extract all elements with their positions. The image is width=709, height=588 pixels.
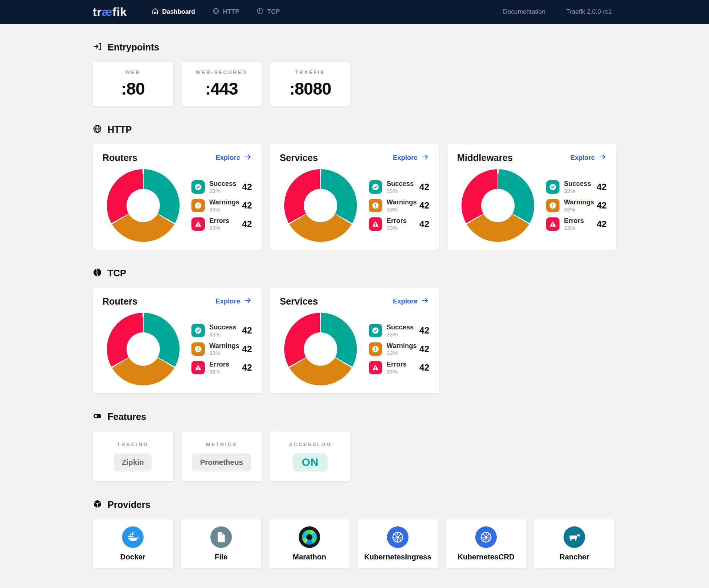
legend-percent: 33% (564, 225, 584, 231)
card-head: Routers Explore (102, 296, 252, 307)
feature-card-metrics: METRICS Prometheus (181, 431, 262, 481)
legend-label: Errors (387, 361, 407, 368)
status-donut-chart (107, 169, 180, 242)
error-icon (191, 361, 205, 374)
http-services-card: Services Explore Success 33% 42 (270, 144, 439, 250)
section-title: Features (108, 411, 146, 422)
home-icon (151, 7, 159, 17)
arrow-right-icon (244, 296, 252, 306)
entrypoint-card-web-secured: WEB-SECURED :443 (181, 62, 262, 106)
arrow-right-icon (421, 153, 429, 163)
legend-value: 42 (419, 200, 429, 211)
error-icon (369, 361, 382, 374)
legend-percent: 33% (387, 368, 407, 375)
legend-row-errors: Errors 33% 42 (191, 217, 252, 231)
documentation-link[interactable]: Documentation (503, 8, 545, 16)
legend-text: Success 33% (387, 180, 414, 194)
legend-label: Success (209, 180, 236, 188)
traefik-logo[interactable]: træfik (93, 5, 127, 19)
legend-row-errors: Errors 33% 42 (369, 217, 429, 231)
success-icon (369, 180, 382, 194)
error-icon (191, 217, 205, 231)
nav-item-dashboard[interactable]: Dashboard (151, 7, 195, 17)
features-section-heading: Features (93, 411, 616, 422)
card-body: Success 33% 42 Warnings 33% 42 (457, 169, 607, 242)
navbar: træfik Dashboard HTTP TCP Documentation … (0, 0, 709, 24)
nav-item-tcp[interactable]: TCP (256, 7, 280, 17)
legend-label: Errors (209, 361, 229, 368)
legend-text: Errors 33% (387, 361, 407, 375)
legend-label: Warnings (564, 198, 594, 206)
rancher-icon (564, 526, 585, 548)
features-row: TRACING Zipkin METRICS Prometheus ACCESS… (93, 431, 616, 481)
legend-percent: 33% (209, 350, 239, 356)
explore-link[interactable]: Explore (570, 153, 607, 163)
kubernetes-icon (475, 526, 497, 548)
legend-row-errors: Errors 33% 42 (191, 361, 252, 375)
status-donut-chart (107, 313, 180, 385)
version-label: Traefik 2.0.0-rc1 (566, 8, 612, 16)
provider-name: Docker (120, 553, 145, 561)
success-icon (191, 180, 205, 194)
warning-icon (546, 199, 559, 212)
legend-label: Errors (209, 217, 229, 225)
legend-row-warnings: Warnings 33% 42 (546, 198, 607, 213)
legend-value: 42 (419, 325, 429, 336)
warning-icon (369, 199, 382, 212)
entrypoint-label: WEB (125, 69, 141, 75)
legend-text: Errors 33% (564, 217, 584, 231)
legend-value: 42 (419, 219, 429, 229)
nav-item-label: Dashboard (162, 8, 195, 16)
feature-label: ACCESSLOG (289, 441, 332, 447)
http-middlewares-card: Middlewares Explore Success 33% 42 (447, 144, 616, 250)
explore-label: Explore (216, 298, 240, 305)
explore-link[interactable]: Explore (393, 153, 429, 163)
card-title: Services (280, 296, 318, 307)
legend-text: Success 33% (209, 323, 236, 338)
legend-text: Warnings 33% (564, 198, 594, 213)
nav-item-http[interactable]: HTTP (212, 7, 239, 17)
legend-percent: 33% (387, 206, 417, 213)
legend-percent: 33% (209, 206, 239, 213)
explore-label: Explore (393, 154, 417, 162)
legend-text: Errors 33% (209, 361, 229, 375)
kubernetes-icon (387, 526, 408, 548)
logo-ae: æ (102, 5, 112, 19)
legend-percent: 33% (209, 188, 236, 194)
legend-text: Success 33% (564, 180, 591, 194)
legend-value: 42 (597, 219, 607, 229)
provider-card-marathon: Marathon (269, 519, 349, 568)
explore-link[interactable]: Explore (216, 153, 252, 163)
warning-icon (191, 342, 205, 356)
marathon-icon (299, 526, 320, 548)
legend-value: 42 (419, 362, 429, 373)
explore-link[interactable]: Explore (393, 296, 429, 306)
card-body: Success 33% 42 Warnings 33% 42 (280, 313, 429, 385)
entrypoint-label: WEB-SECURED (196, 69, 247, 75)
provider-card-docker: Docker (93, 519, 173, 568)
card-head: Routers Explore (102, 152, 252, 163)
legend-row-success: Success 33% 42 (369, 180, 429, 194)
arrow-right-icon (598, 153, 607, 163)
legend-label: Errors (564, 217, 584, 225)
globe-icon (93, 124, 102, 135)
section-title: HTTP (108, 124, 132, 135)
feature-card-tracing: TRACING Zipkin (93, 431, 173, 481)
legend-value: 42 (242, 200, 252, 211)
explore-link[interactable]: Explore (216, 296, 252, 306)
legend-value: 42 (419, 344, 429, 354)
globe-icon (212, 7, 220, 17)
legend-value: 42 (242, 182, 252, 192)
cube-icon (93, 499, 102, 510)
tcp-services-card: Services Explore Success 33% 42 (270, 288, 439, 393)
provider-name: KubernetesIngress (364, 553, 431, 561)
provider-card-rancher: Rancher (534, 519, 614, 568)
entrypoints-row: WEB :80 WEB-SECURED :443 TRAEFIK :8080 (93, 62, 616, 106)
status-legend: Success 33% 42 Warnings 33% 42 (191, 323, 252, 374)
feature-value-chip: Zipkin (114, 453, 152, 472)
tcp-icon (256, 7, 264, 17)
legend-row-warnings: Warnings 33% 42 (369, 342, 429, 356)
card-title: Routers (102, 296, 137, 307)
legend-percent: 33% (387, 331, 414, 338)
docker-icon (122, 526, 144, 548)
